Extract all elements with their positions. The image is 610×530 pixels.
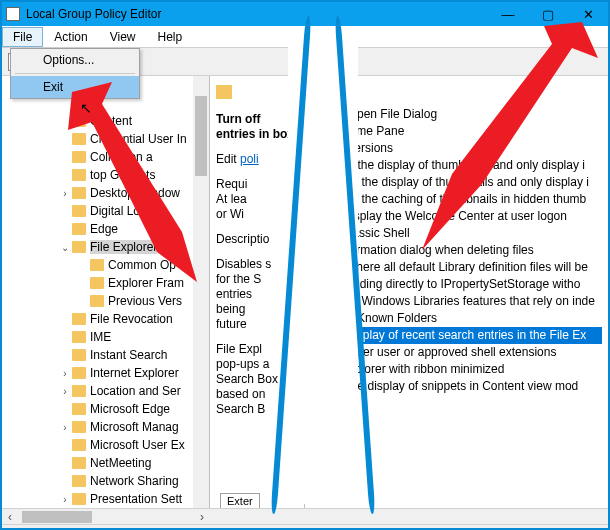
tree-label: Presentation Sett <box>90 492 182 506</box>
tree-node[interactable]: Microsoft User Ex <box>2 436 209 454</box>
menu-help[interactable]: Help <box>147 27 194 47</box>
edit-link-row: Edit poli <box>216 152 298 167</box>
app-icon <box>6 7 20 21</box>
tree-label: Network Sharing <box>90 474 179 488</box>
description-body2: File Expl pop-ups a Search Box based on … <box>216 342 298 417</box>
svg-marker-1 <box>422 22 598 250</box>
list-item[interactable]: able Known Folders <box>311 310 602 327</box>
tree-node[interactable]: IME <box>2 328 209 346</box>
list-item[interactable]: only per user or approved shell extensio… <box>311 344 602 361</box>
folder-icon <box>72 385 86 397</box>
expand-icon[interactable]: › <box>58 386 72 397</box>
details-header <box>216 82 298 102</box>
tree-label: Microsoft User Ex <box>90 438 185 452</box>
folder-icon <box>72 313 86 325</box>
desc-line: Search B <box>216 402 265 416</box>
expand-icon[interactable]: › <box>58 494 72 505</box>
tree-label: Instant Search <box>90 348 167 362</box>
req-line: Requi <box>216 177 247 191</box>
tree-node[interactable]: NetMeeting <box>2 454 209 472</box>
desc-line: entries <box>216 287 252 301</box>
desc-line: for the S <box>216 272 261 286</box>
desc-line: File Expl <box>216 342 262 356</box>
tree-label: Location and Ser <box>90 384 181 398</box>
tree-label: NetMeeting <box>90 456 151 470</box>
tree-node[interactable]: ›Microsoft Manag <box>2 418 209 436</box>
folder-icon <box>72 331 86 343</box>
expand-icon[interactable]: › <box>58 422 72 433</box>
tree-node[interactable]: ›Internet Explorer <box>2 364 209 382</box>
folder-icon <box>72 421 86 433</box>
menu-separator <box>15 73 135 74</box>
scrollbar-thumb[interactable] <box>22 511 92 523</box>
requirements: Requi At lea or Wi <box>216 177 298 222</box>
tree-node[interactable]: File Revocation <box>2 310 209 328</box>
tree-node[interactable]: ›Presentation Sett <box>2 490 209 508</box>
desc-line: Search Box <box>216 372 278 386</box>
tree-node[interactable]: ›Location and Ser <box>2 382 209 400</box>
list-item[interactable]: le binding directly to IPropertySetStora… <box>311 276 602 293</box>
tree-node[interactable]: Previous Vers <box>2 292 209 310</box>
folder-icon <box>72 403 86 415</box>
expand-icon[interactable]: › <box>58 368 72 379</box>
description-body: Disables s for the S entries being futur… <box>216 257 298 332</box>
tree-label: Previous Vers <box>108 294 182 308</box>
desc-line: future <box>216 317 247 331</box>
details-pane: Turn off entries in box Edit poli Requi … <box>210 76 305 508</box>
desc-line: Disables s <box>216 257 271 271</box>
tree-label: IME <box>90 330 111 344</box>
folder-icon <box>72 367 86 379</box>
status-bar: Quits the program and prompts to save do… <box>2 524 608 530</box>
menu-view[interactable]: View <box>99 27 147 47</box>
folder-icon <box>72 493 86 505</box>
list-item[interactable]: rn off Windows Libraries features that r… <box>311 293 602 310</box>
desc-line: being <box>216 302 245 316</box>
tab-extended[interactable]: Exter <box>220 493 260 508</box>
tree-node[interactable]: Microsoft Edge <box>2 400 209 418</box>
desc-line: based on <box>216 387 265 401</box>
edit-prefix: Edit <box>216 152 240 166</box>
scroll-left-icon[interactable]: ‹ <box>2 509 18 525</box>
folder-icon <box>216 85 232 99</box>
folder-icon <box>90 295 104 307</box>
req-line: or Wi <box>216 207 244 221</box>
policy-link[interactable]: poli <box>240 152 259 166</box>
list-item-selected[interactable]: off display of recent search entries in … <box>311 327 602 344</box>
folder-icon <box>72 475 86 487</box>
menu-item-options[interactable]: Options... <box>11 49 139 71</box>
setting-title: Turn off entries in box <box>216 112 298 142</box>
tree-label: Microsoft Edge <box>90 402 170 416</box>
tree-node[interactable]: Instant Search <box>2 346 209 364</box>
list-item[interactable]: e Explorer with ribbon minimized <box>311 361 602 378</box>
req-line: At lea <box>216 192 247 206</box>
list-item[interactable]: on where all default Library definition … <box>311 259 602 276</box>
folder-icon <box>72 457 86 469</box>
tree-node[interactable]: Network Sharing <box>2 472 209 490</box>
tree-label: Internet Explorer <box>90 366 179 380</box>
menu-file[interactable]: File <box>2 27 43 47</box>
tree-label: Microsoft Manag <box>90 420 179 434</box>
menu-action[interactable]: Action <box>43 27 98 47</box>
scroll-right-icon[interactable]: › <box>194 509 210 525</box>
list-item[interactable]: off the display of snippets in Content v… <box>311 378 602 395</box>
mouse-cursor-icon: ↖ <box>80 100 92 116</box>
description-heading: Descriptio <box>216 232 298 247</box>
horizontal-scrollbar[interactable]: ‹ › <box>2 508 608 524</box>
desc-line: pop-ups a <box>216 357 269 371</box>
annotation-arrow-right <box>412 14 602 254</box>
folder-icon <box>72 439 86 451</box>
folder-icon <box>72 349 86 361</box>
tree-label: File Revocation <box>90 312 173 326</box>
